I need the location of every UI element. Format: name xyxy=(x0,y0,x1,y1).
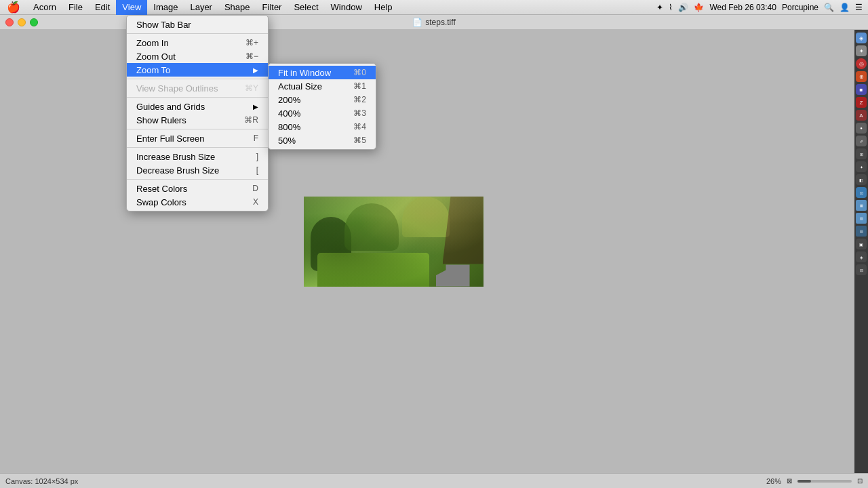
menu-item-label: Show Tab Bar xyxy=(136,20,191,30)
menu-item-zoom-out[interactable]: Zoom Out ⌘− xyxy=(127,49,268,63)
zoom-slider[interactable] xyxy=(797,480,852,483)
menu-item-shortcut: ⌘R xyxy=(244,115,258,125)
menu-item-show-rulers[interactable]: Show Rulers ⌘R xyxy=(127,113,268,127)
menu-item-label: Guides and Grids xyxy=(136,102,205,112)
menu-item-label: Enter Full Screen xyxy=(136,134,204,144)
menu-item-increase-brush[interactable]: Increase Brush Size ] xyxy=(127,150,268,163)
menu-item-shortcut: D xyxy=(252,184,258,193)
submenu-item-shortcut: ⌘2 xyxy=(353,95,366,104)
submenu-item-200[interactable]: 200% ⌘2 xyxy=(269,93,376,106)
menu-item-swap-colors[interactable]: Swap Colors X xyxy=(127,195,268,209)
dock-icon-14[interactable]: ▦ xyxy=(856,200,867,211)
menu-item-zoom-in[interactable]: Zoom In ⌘+ xyxy=(127,36,268,49)
menubar-select[interactable]: Select xyxy=(288,0,324,15)
menubar-acorn[interactable]: Acorn xyxy=(27,0,62,15)
menu-item-zoom-to[interactable]: Zoom To ▶ xyxy=(127,63,268,77)
menu-separator xyxy=(127,97,268,98)
menu-separator xyxy=(127,147,268,148)
submenu-item-label: 200% xyxy=(278,95,300,105)
statusbar: Canvas: 1024×534 px 26% ⊠ ⊡ xyxy=(0,473,868,488)
dock-icon-8[interactable]: ● xyxy=(856,123,867,134)
dock-icon-16[interactable]: ▤ xyxy=(856,226,867,237)
canvas-info: Canvas: 1024×534 px xyxy=(5,477,78,485)
submenu-item-label: 50% xyxy=(278,136,296,146)
dock-icon-6[interactable]: Z xyxy=(856,97,867,108)
submenu-item-50[interactable]: 50% ⌘5 xyxy=(269,134,376,147)
user-icon[interactable]: 👤 xyxy=(840,3,850,12)
search-icon[interactable]: 🔍 xyxy=(824,3,834,12)
dock-icon-10[interactable]: ⊞ xyxy=(856,148,867,159)
menu-item-view-shape-outlines: View Shape Outlines ⌘Y xyxy=(127,81,268,95)
menu-item-label: Zoom In xyxy=(136,38,169,48)
menubar-shape[interactable]: Shape xyxy=(218,0,256,15)
dock-icon-3[interactable]: ◎ xyxy=(856,58,867,69)
image-overlay xyxy=(304,197,484,287)
menubar-extras-icon: ✦ xyxy=(656,3,663,12)
menubar-file[interactable]: File xyxy=(62,0,89,15)
image-canvas xyxy=(304,197,484,287)
dock-icon-5[interactable]: ■ xyxy=(856,84,867,95)
menubar-window[interactable]: Window xyxy=(325,0,368,15)
dock-icon-4[interactable]: ⊕ xyxy=(856,71,867,82)
zoom-slider-fill xyxy=(797,480,811,483)
dock-icon-1[interactable]: ◈ xyxy=(856,33,867,43)
submenu-item-400[interactable]: 400% ⌘3 xyxy=(269,106,376,120)
menu-item-guides-grids[interactable]: Guides and Grids ▶ xyxy=(127,100,268,113)
menu-item-enter-full-screen[interactable]: Enter Full Screen F xyxy=(127,131,268,145)
list-icon[interactable]: ☰ xyxy=(855,3,863,12)
menu-item-label: Reset Colors xyxy=(136,184,187,194)
statusbar-right: 26% ⊠ ⊡ xyxy=(766,477,863,485)
menubar-view[interactable]: View xyxy=(116,0,147,15)
menu-item-shortcut: F xyxy=(254,134,258,143)
menu-item-label: Decrease Brush Size xyxy=(136,165,219,176)
app-dock: ◈ ✦ ◎ ⊕ ■ Z A ● ✐ ⊞ ✦ ◧ ⊡ ▦ ▧ ▤ ▣ ◈ ⊟ xyxy=(854,30,868,473)
minimize-button[interactable] xyxy=(18,18,26,26)
apple-menu[interactable]: 🍎 xyxy=(0,1,27,14)
submenu-item-800[interactable]: 800% ⌘4 xyxy=(269,120,376,134)
flag-icon: 🍁 xyxy=(694,3,704,12)
submenu-item-shortcut: ⌘1 xyxy=(353,81,366,91)
submenu-item-label: 800% xyxy=(278,122,300,132)
menubar-layer[interactable]: Layer xyxy=(184,0,218,15)
username: Porcupine xyxy=(782,3,818,12)
volume-icon: 🔊 xyxy=(678,3,688,12)
menu-item-reset-colors[interactable]: Reset Colors D xyxy=(127,182,268,195)
menu-item-label: View Shape Outlines xyxy=(136,83,218,94)
menu-item-decrease-brush[interactable]: Decrease Brush Size [ xyxy=(127,163,268,177)
dock-icon-9[interactable]: ✐ xyxy=(856,136,867,146)
dock-icon-2[interactable]: ✦ xyxy=(856,45,867,56)
dock-icon-19[interactable]: ⊟ xyxy=(856,264,867,275)
menubar-filter[interactable]: Filter xyxy=(256,0,288,15)
menu-separator xyxy=(127,179,268,180)
apple-icon: 🍎 xyxy=(7,1,20,14)
menu-separator xyxy=(127,79,268,79)
dock-icon-7[interactable]: A xyxy=(856,110,867,121)
submenu-item-label: 400% xyxy=(278,108,300,119)
filename: steps.tiff xyxy=(425,18,455,27)
menubar-help[interactable]: Help xyxy=(368,0,399,15)
menu-item-show-tab-bar[interactable]: Show Tab Bar xyxy=(127,18,268,31)
menu-item-label: Show Rulers xyxy=(136,115,186,125)
maximize-button[interactable] xyxy=(30,18,38,26)
menu-item-shortcut: ⌘+ xyxy=(245,38,258,47)
close-button[interactable] xyxy=(5,18,14,26)
menu-item-shortcut: ⌘Y xyxy=(245,83,258,93)
dock-icon-13[interactable]: ⊡ xyxy=(856,187,867,198)
dock-icon-17[interactable]: ▣ xyxy=(856,239,867,249)
menu-item-shortcut: ⌘− xyxy=(245,52,258,61)
menu-item-shortcut: X xyxy=(253,197,258,207)
menubar-edit[interactable]: Edit xyxy=(89,0,116,15)
submenu-item-actual-size[interactable]: Actual Size ⌘1 xyxy=(269,79,376,93)
submenu-item-fit-in-window[interactable]: Fit in Window ⌘0 xyxy=(269,66,376,79)
menu-item-shortcut: ] xyxy=(256,152,258,161)
dock-icon-12[interactable]: ◧ xyxy=(856,174,867,185)
menu-item-shortcut: [ xyxy=(256,165,258,175)
wifi-icon: ⌇ xyxy=(669,3,673,12)
menu-item-label: Increase Brush Size xyxy=(136,152,215,162)
dock-icon-15[interactable]: ▧ xyxy=(856,213,867,224)
document-icon: 📄 xyxy=(412,18,422,27)
view-menu: Show Tab Bar Zoom In ⌘+ Zoom Out ⌘− Zoom… xyxy=(126,15,269,211)
dock-icon-11[interactable]: ✦ xyxy=(856,161,867,172)
dock-icon-18[interactable]: ◈ xyxy=(856,251,867,262)
menubar-image[interactable]: Image xyxy=(147,0,184,15)
